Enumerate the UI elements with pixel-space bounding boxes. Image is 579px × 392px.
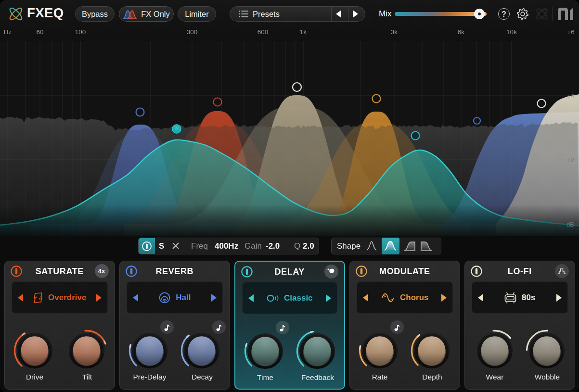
svg-text:+4: +4 [567,92,574,100]
svg-text:+2: +2 [567,156,574,164]
svg-text:dB: dB [566,221,574,228]
